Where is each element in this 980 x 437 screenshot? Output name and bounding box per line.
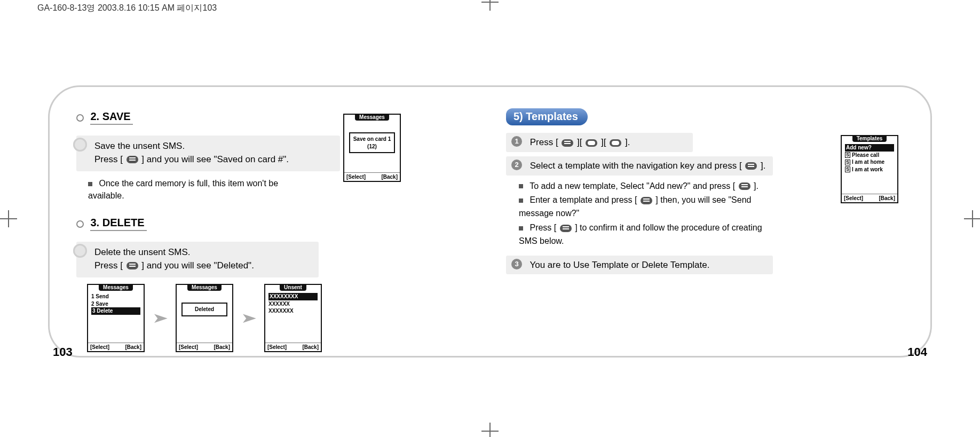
menu-key-icon bbox=[127, 262, 138, 269]
phone-title: Unsent bbox=[280, 284, 306, 291]
step-2: 2 Select a template with the navigation … bbox=[506, 156, 773, 176]
softkey-icon bbox=[586, 139, 597, 147]
registration-mark-icon bbox=[967, 213, 978, 224]
s-icon: S bbox=[845, 152, 850, 158]
save-note: Once the card memory is full, this item … bbox=[88, 178, 312, 202]
step-1: 1 Press [ ][ ][ ]. bbox=[506, 133, 693, 152]
delete-line2: Press [ ] and you will see "Deleted". bbox=[94, 259, 311, 273]
right-page: 5) Templates 1 Press [ ][ ][ ]. 2 Select… bbox=[490, 108, 904, 335]
registration-mark-icon bbox=[3, 213, 14, 224]
save-line1: Save the unsent SMS. bbox=[94, 140, 333, 153]
templates-notes: To add a new template, Select "Add new?"… bbox=[519, 180, 775, 248]
registration-mark-icon bbox=[485, 426, 495, 436]
bullet-icon bbox=[76, 114, 84, 122]
phone-popup: Save on card 1 (12) bbox=[349, 132, 395, 153]
save-line2: Press [ ] and you will see "Saved on car… bbox=[94, 153, 333, 166]
bullet-icon bbox=[76, 220, 84, 228]
section-save: 2. SAVE Save the unsent SMS. Press [ ] a… bbox=[76, 108, 474, 202]
phone-title: Messages bbox=[187, 284, 222, 291]
section-delete: 3. DELETE Delete the unsent SMS. Press [… bbox=[76, 214, 474, 352]
doc-header: GA-160-8-13영 2003.8.16 10:15 AM 페이지103 bbox=[37, 3, 217, 14]
save-title: 2. SAVE bbox=[90, 110, 132, 125]
save-info: Save the unsent SMS. Press [ ] and you w… bbox=[76, 136, 340, 171]
phone-title: Templates bbox=[852, 135, 887, 142]
page-number-right: 104 bbox=[907, 345, 927, 359]
square-bullet-icon bbox=[88, 182, 92, 186]
menu-key-icon bbox=[562, 139, 573, 147]
menu-key-icon bbox=[127, 156, 138, 163]
page-number-left: 103 bbox=[53, 345, 73, 359]
step-3: 3 You are to Use Template or Delete Temp… bbox=[506, 256, 773, 275]
delete-info: Delete the unsent SMS. Press [ ] and you… bbox=[76, 242, 319, 277]
info-icon bbox=[73, 138, 87, 152]
left-page: 2. SAVE Save the unsent SMS. Press [ ] a… bbox=[76, 108, 490, 335]
phone-title: Messages bbox=[355, 114, 389, 121]
square-bullet-icon bbox=[519, 226, 523, 231]
phone-screen-templates: Templates Add new? SPlease call SI am at… bbox=[841, 135, 898, 203]
arrow-right-icon: ➤ bbox=[241, 310, 257, 327]
menu-key-icon bbox=[641, 197, 652, 204]
sheet: 2. SAVE Save the unsent SMS. Press [ ] a… bbox=[48, 27, 932, 395]
spread: 2. SAVE Save the unsent SMS. Press [ ] a… bbox=[48, 85, 932, 357]
phone-screen-save: Messages Save on card 1 (12) [Select][Ba… bbox=[343, 114, 401, 182]
step-badge: 2 bbox=[511, 160, 522, 170]
square-bullet-icon bbox=[519, 198, 523, 203]
menu-key-icon bbox=[560, 225, 572, 232]
softkey-icon bbox=[610, 139, 621, 147]
page: GA-160-8-13영 2003.8.16 10:15 AM 페이지103 2… bbox=[0, 0, 980, 437]
delete-title: 3. DELETE bbox=[90, 217, 146, 231]
templates-title: 5) Templates bbox=[506, 108, 588, 125]
delete-phones-row: Messages 1 Send 2 Save 3 Delete [Select]… bbox=[87, 284, 474, 352]
phone-title: Messages bbox=[99, 284, 133, 291]
info-icon bbox=[73, 244, 87, 258]
arrow-right-icon: ➤ bbox=[152, 310, 169, 327]
menu-key-icon bbox=[745, 162, 757, 170]
s-icon: S bbox=[845, 160, 850, 165]
phone-popup: Deleted bbox=[181, 303, 227, 316]
square-bullet-icon bbox=[519, 184, 523, 188]
step-badge: 3 bbox=[511, 259, 522, 269]
phone-screen-deleted: Messages Deleted [Select][Back] bbox=[176, 284, 233, 352]
s-icon: S bbox=[845, 166, 850, 172]
phone-screen-delete-menu: Messages 1 Send 2 Save 3 Delete [Select]… bbox=[87, 284, 145, 352]
delete-line1: Delete the unsent SMS. bbox=[94, 246, 311, 259]
step-badge: 1 bbox=[511, 136, 522, 147]
menu-key-icon bbox=[739, 182, 750, 190]
phone-screen-unsent: Unsent XXXXXXXX XXXXXX XXXXXXX [Select][… bbox=[264, 284, 322, 352]
registration-mark-icon bbox=[485, 0, 495, 7]
